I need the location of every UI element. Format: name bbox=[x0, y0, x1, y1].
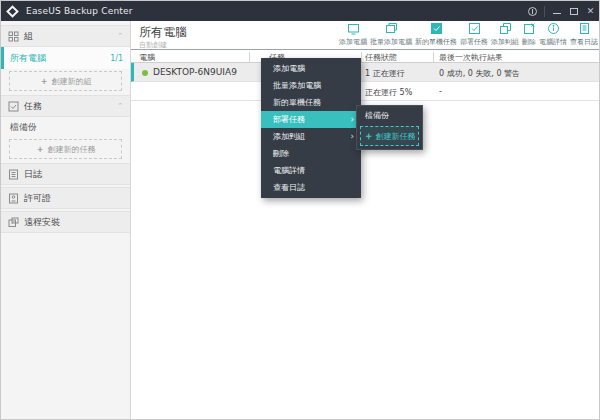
remote-install-icon bbox=[8, 217, 19, 228]
toolbar: 添加電腦 批量添加電腦 新的單機任務 部署任務 添加到組 刪除 bbox=[339, 22, 598, 47]
table-header: 電腦 任務 任務狀態 最後一次執行結果 bbox=[131, 49, 600, 63]
chevron-up-icon[interactable]: ⌃ bbox=[117, 32, 123, 40]
create-new-task-menu-button[interactable]: ＋ 創建新任務 bbox=[360, 126, 419, 146]
main-panel: 所有電腦 自動創建 添加電腦 批量添加電腦 新的單機任務 部署任務 添加到組 bbox=[131, 21, 600, 420]
logs-document-icon bbox=[8, 169, 19, 180]
batch-add-computer-button[interactable]: 批量添加電腦 bbox=[370, 22, 412, 47]
add-to-group-icon bbox=[499, 22, 512, 35]
menu-item-add-computer[interactable]: 添加電腦 bbox=[261, 60, 361, 77]
add-to-group-button[interactable]: 添加到組 bbox=[491, 22, 519, 47]
menu-item-delete[interactable]: 刪除 bbox=[261, 145, 361, 162]
options-circle-icon bbox=[528, 7, 537, 16]
view-logs-icon bbox=[578, 22, 591, 35]
app-options-button[interactable] bbox=[524, 1, 541, 21]
submenu-item-file-backup[interactable]: 檔備份 bbox=[357, 107, 422, 125]
deploy-task-icon bbox=[468, 22, 481, 35]
sidebar: 組 ⌃ 所有電腦 1/1 ＋ 創建新的組 任務 ⌃ 檔備份 ＋ 創建新的任務 bbox=[1, 21, 131, 420]
sidebar-item-all-computers[interactable]: 所有電腦 1/1 bbox=[1, 47, 130, 69]
view-logs-button[interactable]: 查看日誌 bbox=[570, 22, 598, 47]
maximize-button[interactable] bbox=[565, 1, 582, 21]
minimize-icon bbox=[553, 13, 561, 14]
easeus-logo-icon bbox=[6, 5, 19, 18]
page-title: 所有電腦 bbox=[139, 24, 187, 41]
computers-table: 電腦 任務 任務狀態 最後一次執行結果 DESKTOP-6N9UIA9 1 正在… bbox=[131, 49, 600, 101]
col-task-status[interactable]: 任務狀態 bbox=[365, 52, 397, 63]
create-new-task-button[interactable]: ＋ 創建新的任務 bbox=[9, 139, 122, 159]
minimize-button[interactable] bbox=[548, 1, 565, 21]
license-icon bbox=[8, 193, 19, 204]
sidebar-item-remote-install[interactable]: 遠程安裝 bbox=[1, 211, 130, 233]
context-menu: 添加電腦 批量添加電腦 新的單機任務 部署任務 › 添加到組 › 刪除 電腦詳情… bbox=[261, 58, 361, 198]
deploy-task-submenu: 檔備份 ＋ 創建新任務 bbox=[356, 105, 423, 150]
col-computer[interactable]: 電腦 bbox=[139, 52, 155, 63]
task-status-cell: 1 正在運行 bbox=[365, 68, 405, 79]
plus-icon: ＋ bbox=[36, 143, 45, 156]
new-single-task-button[interactable]: 新的單機任務 bbox=[415, 22, 457, 47]
menu-item-batch-add-computer[interactable]: 批量添加電腦 bbox=[261, 77, 361, 94]
window-title: EaseUS Backup Center bbox=[26, 6, 133, 16]
menu-item-new-single-task[interactable]: 新的單機任務 bbox=[261, 94, 361, 111]
computer-count: 1/1 bbox=[110, 54, 123, 63]
computer-details-button[interactable]: 電腦詳情 bbox=[539, 22, 567, 47]
all-computers-label: 所有電腦 bbox=[10, 52, 46, 65]
plus-icon: ＋ bbox=[40, 75, 49, 88]
sidebar-section-label: 組 bbox=[24, 30, 33, 43]
create-new-group-button[interactable]: ＋ 創建新的組 bbox=[9, 71, 122, 91]
last-result-cell: 0 成功, 0 失敗, 0 警告 bbox=[439, 68, 520, 79]
deploy-task-button[interactable]: 部署任務 bbox=[460, 22, 488, 47]
sidebar-section-tasks[interactable]: 任務 ⌃ bbox=[1, 95, 130, 117]
close-button[interactable]: ✕ bbox=[582, 1, 599, 21]
sidebar-item-file-backup[interactable]: 檔備份 bbox=[1, 117, 130, 137]
sidebar-item-logs[interactable]: 日誌 bbox=[1, 163, 130, 185]
submenu-arrow-icon: › bbox=[350, 128, 354, 145]
sidebar-section-label: 任務 bbox=[24, 100, 42, 113]
table-row-running-task[interactable]: 正在運行 5% - bbox=[131, 82, 600, 101]
titlebar-separator bbox=[544, 6, 545, 17]
titlebar: EaseUS Backup Center ✕ bbox=[1, 1, 599, 21]
plus-icon: ＋ bbox=[364, 129, 374, 143]
app-window: EaseUS Backup Center ✕ 組 ⌃ 所有電腦 1/1 ＋ 創建… bbox=[0, 0, 600, 420]
chevron-up-icon[interactable]: ⌃ bbox=[117, 102, 123, 110]
delete-button[interactable]: 刪除 bbox=[522, 22, 536, 47]
delete-icon bbox=[523, 22, 536, 35]
maximize-icon bbox=[570, 8, 578, 15]
add-computer-icon bbox=[347, 22, 360, 35]
menu-item-computer-details[interactable]: 電腦詳情 bbox=[261, 162, 361, 179]
add-computer-button[interactable]: 添加電腦 bbox=[339, 22, 367, 47]
group-grid-icon bbox=[8, 31, 19, 42]
new-single-task-icon bbox=[430, 22, 443, 35]
sidebar-section-groups[interactable]: 組 ⌃ bbox=[1, 25, 130, 47]
computer-name: DESKTOP-6N9UIA9 bbox=[153, 67, 237, 77]
menu-item-deploy-task[interactable]: 部署任務 › bbox=[261, 111, 361, 128]
menu-item-add-to-group[interactable]: 添加到組 › bbox=[261, 128, 361, 145]
submenu-arrow-icon: › bbox=[350, 111, 354, 128]
sidebar-item-license[interactable]: 許可證 bbox=[1, 187, 130, 209]
table-row-computer[interactable]: DESKTOP-6N9UIA9 1 正在運行 0 成功, 0 失敗, 0 警告 bbox=[131, 63, 600, 82]
col-last-result[interactable]: 最後一次執行結果 bbox=[439, 52, 503, 63]
menu-item-view-logs[interactable]: 查看日誌 bbox=[261, 179, 361, 196]
task-progress-cell: 正在運行 5% bbox=[365, 87, 412, 98]
batch-add-computer-icon bbox=[385, 22, 398, 35]
last-result-cell: - bbox=[439, 87, 442, 96]
computer-details-icon bbox=[547, 22, 560, 35]
tasks-checkbox-icon bbox=[8, 101, 19, 112]
online-status-dot bbox=[142, 70, 148, 76]
